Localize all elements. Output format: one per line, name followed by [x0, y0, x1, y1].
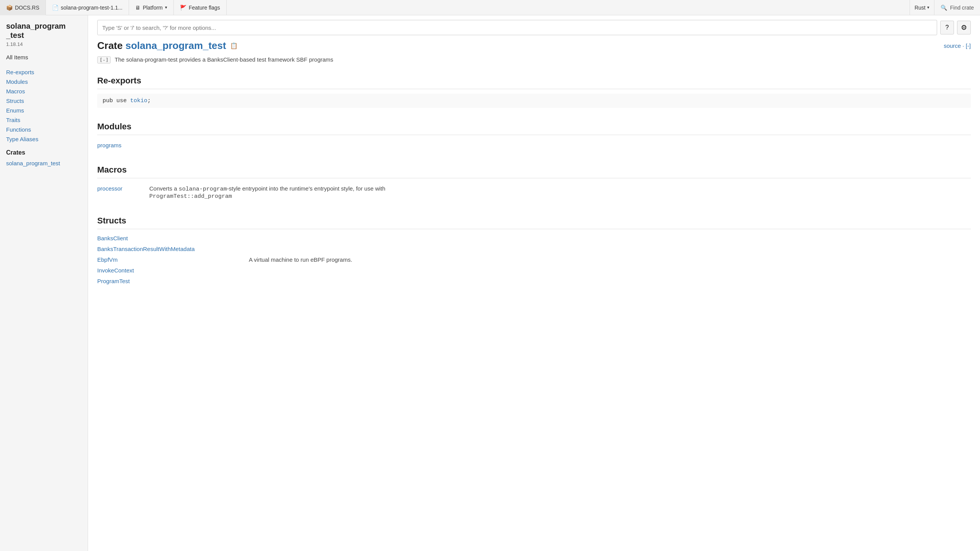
feature-flags-icon: 🚩 — [180, 5, 186, 11]
rust-label: Rust — [915, 5, 926, 11]
copy-icon[interactable]: 📋 — [230, 42, 238, 49]
sidebar-item-modules[interactable]: Modules — [0, 77, 88, 86]
sidebar-item-structs[interactable]: Structs — [0, 96, 88, 106]
sidebar-item-type-aliases[interactable]: Type Aliases — [0, 134, 88, 144]
crate-description: The solana-program-test provides a Banks… — [114, 56, 333, 63]
struct-desc: A virtual machine to run eBPF programs. — [249, 256, 352, 263]
module-row: programs — [97, 140, 971, 151]
modules-heading: Modules — [97, 117, 971, 135]
struct-link-InvokeContext[interactable]: InvokeContext — [97, 267, 134, 274]
sidebar-item-enums[interactable]: Enums — [0, 106, 88, 115]
macros-heading: Macros — [97, 160, 971, 178]
crate-tab-icon: 📄 — [52, 5, 59, 11]
topbar-right: Rust ▾ 🔍 Find crate — [910, 0, 980, 15]
platform-tab[interactable]: 🖥 Platform ▾ — [129, 0, 174, 15]
docs-rs-icon: 📦 — [6, 5, 13, 11]
sidebar-crate-solana_program_test[interactable]: solana_program_test — [0, 158, 88, 168]
rust-selector[interactable]: Rust ▾ — [910, 0, 934, 15]
platform-chevron-icon: ▾ — [165, 5, 167, 10]
sidebar-crates-section-title: Crates — [0, 144, 88, 158]
processor-macro-link[interactable]: processor — [97, 185, 122, 192]
sidebar-crates: solana_program_test — [0, 158, 88, 168]
crate-tab[interactable]: 📄 solana-program-test-1.1... — [46, 0, 129, 15]
struct-row: BanksTransactionResultWithMetadata — [97, 245, 971, 254]
crate-title-left: Crate solana_program_test 📋 — [97, 40, 238, 52]
sidebar-item-functions[interactable]: Functions — [0, 125, 88, 134]
main-content: ? ⚙ Crate solana_program_test 📋 source ·… — [88, 15, 980, 551]
modules-section: Modules programs — [97, 117, 971, 151]
sidebar-spacer — [0, 63, 88, 67]
search-settings-button[interactable]: ⚙ — [957, 21, 971, 34]
struct-row: ProgramTest — [97, 277, 971, 286]
re-export-line: pub use tokio; — [97, 94, 971, 108]
crate-title-row: Crate solana_program_test 📋 source · [-] — [97, 40, 971, 52]
find-crate-label: Find crate — [950, 5, 974, 11]
macros-section: Macros processor Converts a solana-progr… — [97, 160, 971, 202]
platform-icon: 🖥 — [135, 5, 140, 11]
crate-tab-label: solana-program-test-1.1... — [61, 5, 122, 11]
sidebar-all-items-link[interactable]: All Items — [0, 52, 88, 63]
struct-link-BanksClient[interactable]: BanksClient — [97, 235, 128, 241]
crate-name-link[interactable]: solana_program_test — [126, 40, 226, 51]
description-collapse-btn[interactable]: [-] — [97, 56, 111, 64]
topbar-left: 📦 DOCS.RS 📄 solana-program-test-1.1... 🖥… — [0, 0, 910, 15]
docs-rs-label: DOCS.RS — [15, 5, 39, 11]
layout: solana_program_test 1.18.14 All Items Re… — [0, 15, 980, 551]
macro-desc-processor: Converts a solana-program-style entrypoi… — [149, 185, 385, 200]
rust-chevron-icon: ▾ — [927, 5, 929, 10]
sidebar-item-traits[interactable]: Traits — [0, 115, 88, 125]
sidebar-version: 1.18.14 — [0, 40, 88, 52]
description-row: [-] The solana-program-test provides a B… — [97, 56, 971, 64]
search-help-button[interactable]: ? — [940, 21, 954, 34]
struct-row: EbpfVmA virtual machine to run eBPF prog… — [97, 255, 971, 264]
structs-list: BanksClientBanksTransactionResultWithMet… — [97, 234, 971, 286]
search-input[interactable] — [97, 20, 937, 35]
module-link-programs[interactable]: programs — [97, 142, 121, 148]
find-crate-button[interactable]: 🔍 Find crate — [934, 0, 980, 15]
structs-section: Structs BanksClientBanksTransactionResul… — [97, 211, 971, 286]
struct-link-ProgramTest[interactable]: ProgramTest — [97, 278, 130, 284]
struct-row: BanksClient — [97, 234, 971, 243]
macro-row-processor: processor Converts a solana-program-styl… — [97, 183, 971, 202]
search-bar-row: ? ⚙ — [97, 15, 971, 40]
struct-link-EbpfVm[interactable]: EbpfVm — [97, 256, 118, 263]
feature-flags-label: Feature flags — [189, 5, 220, 11]
re-exports-heading: Re-exports — [97, 71, 971, 89]
struct-link-BanksTransactionResultWithMetadata[interactable]: BanksTransactionResultWithMetadata — [97, 246, 195, 252]
structs-heading: Structs — [97, 211, 971, 229]
tokio-link[interactable]: tokio — [130, 98, 147, 104]
sidebar-nav: Re-exportsModulesMacrosStructsEnumsTrait… — [0, 67, 88, 144]
sidebar-item-macros[interactable]: Macros — [0, 86, 88, 96]
sidebar: solana_program_test 1.18.14 All Items Re… — [0, 15, 88, 551]
docs-rs-tab[interactable]: 📦 DOCS.RS — [0, 0, 46, 15]
source-link-area: source · [-] — [944, 42, 971, 49]
sidebar-crate-name: solana_program_test — [0, 21, 88, 40]
topbar: 📦 DOCS.RS 📄 solana-program-test-1.1... 🖥… — [0, 0, 980, 15]
macro-name-processor: processor — [97, 185, 143, 192]
source-link[interactable]: source · [-] — [944, 42, 971, 49]
feature-flags-tab[interactable]: 🚩 Feature flags — [174, 0, 227, 15]
re-exports-section: Re-exports pub use tokio; — [97, 71, 971, 108]
struct-row: InvokeContext — [97, 266, 971, 275]
modules-list: programs — [97, 140, 971, 151]
sidebar-item-re-exports[interactable]: Re-exports — [0, 67, 88, 77]
platform-label: Platform — [143, 5, 163, 11]
crate-heading: Crate solana_program_test — [97, 40, 226, 52]
find-crate-search-icon: 🔍 — [941, 5, 947, 11]
